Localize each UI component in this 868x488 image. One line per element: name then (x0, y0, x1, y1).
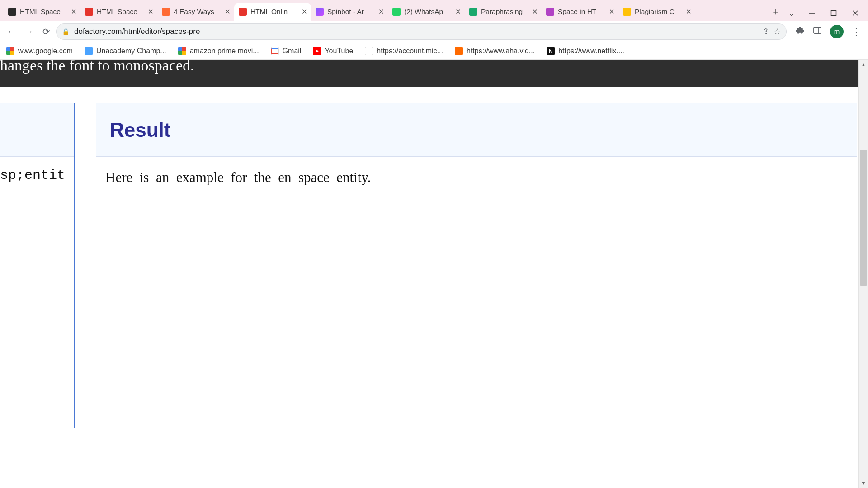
bookmark-item[interactable]: www.google.com (6, 47, 73, 55)
tab-title: HTML Onlin (250, 8, 298, 16)
bookmark-favicon (6, 47, 14, 55)
bookmark-item[interactable]: Unacademy Champ... (85, 47, 166, 55)
browser-tab[interactable]: (2) WhatsAp✕ (388, 3, 465, 21)
bookmark-item[interactable]: YouTube (313, 47, 353, 55)
code-editor-header (0, 103, 74, 157)
scrollbar-down-arrow[interactable]: ▼ (859, 478, 868, 488)
browser-tab[interactable]: Space in HT✕ (542, 3, 618, 21)
tab-favicon (8, 8, 16, 16)
toolbar-right-icons: m ⋮ (789, 25, 863, 38)
tab-favicon (239, 8, 247, 16)
tab-favicon (623, 8, 631, 16)
browser-toolbar: ← → ⟳ 🔒 dofactory.com/html/editor/spaces… (0, 21, 868, 42)
reload-button[interactable]: ⟳ (39, 24, 53, 39)
scrollbar-up-arrow[interactable]: ▲ (859, 60, 868, 70)
result-body: Here is an example for the en space enti… (96, 157, 857, 198)
bookmark-item[interactable]: Gmail (271, 47, 302, 55)
page-content: hanges the font to monospaced. sp;entit … (0, 60, 868, 488)
bookmark-favicon (455, 47, 463, 55)
code-editor-pane[interactable]: sp;entit (0, 103, 75, 428)
tab-close-icon[interactable]: ✕ (531, 8, 539, 16)
tab-close-icon[interactable]: ✕ (70, 8, 78, 16)
tab-close-icon[interactable]: ✕ (300, 8, 308, 16)
address-bar[interactable]: 🔒 dofactory.com/html/editor/spaces-pre ⇪… (56, 23, 787, 40)
bookmark-label: https://www.netflix.... (558, 47, 624, 55)
browser-tab[interactable]: Paraphrasing✕ (465, 3, 542, 21)
tab-close-icon[interactable]: ✕ (454, 8, 462, 16)
bookmark-label: https://www.aha.vid... (467, 47, 535, 55)
bookmark-label: YouTube (325, 47, 353, 55)
browser-tab[interactable]: HTML Onlin✕ (234, 3, 311, 21)
result-header: Result (96, 103, 857, 157)
profile-avatar[interactable]: m (830, 25, 844, 38)
tab-favicon (546, 8, 554, 16)
bookmark-favicon (85, 47, 93, 55)
bookmark-label: amazon prime movi... (190, 47, 259, 55)
lock-icon: 🔒 (62, 28, 70, 35)
tab-favicon (316, 8, 324, 16)
page-header-strip: hanges the font to monospaced. (0, 60, 868, 87)
back-button[interactable]: ← (5, 24, 19, 39)
forward-button[interactable]: → (22, 24, 36, 39)
bookmark-favicon (313, 47, 321, 55)
tab-strip-left: HTML Space✕HTML Space✕4 Easy Ways✕HTML O… (4, 3, 765, 21)
tab-search-button[interactable]: ⌄ (788, 8, 795, 18)
new-tab-button[interactable]: ＋ (768, 4, 783, 19)
tab-strip-right: ⌄ (783, 8, 864, 21)
svg-rect-1 (831, 11, 836, 16)
bookmark-label: Gmail (283, 47, 302, 55)
page-scrollbar[interactable]: ▲ ▼ (858, 60, 868, 488)
page-body: sp;entit Result Here is an example for t… (0, 87, 868, 488)
tab-title: Plagiarism C (635, 8, 683, 16)
tab-title: (2) WhatsAp (404, 8, 452, 16)
window-minimize-button[interactable] (807, 9, 816, 18)
tab-title: 4 Easy Ways (174, 8, 222, 16)
bookmark-label: www.google.com (18, 47, 73, 55)
browser-tab[interactable]: Plagiarism C✕ (618, 3, 695, 21)
bookmark-label: Unacademy Champ... (96, 47, 166, 55)
window-close-button[interactable] (851, 9, 860, 18)
tab-close-icon[interactable]: ✕ (223, 8, 231, 16)
bookmark-item[interactable]: https://account.mic... (365, 47, 443, 55)
bookmark-label: https://account.mic... (377, 47, 443, 55)
tab-title: Paraphrasing (481, 8, 529, 16)
bookmark-favicon: N (547, 47, 555, 55)
kebab-menu-icon[interactable]: ⋮ (852, 26, 861, 37)
code-fragment: sp;entit (0, 157, 74, 183)
share-icon[interactable]: ⇪ (763, 27, 769, 36)
svg-rect-4 (814, 27, 821, 33)
tab-close-icon[interactable]: ✕ (146, 8, 155, 16)
bookmark-star-icon[interactable]: ☆ (774, 27, 781, 37)
scrollbar-thumb[interactable] (860, 150, 867, 286)
tab-title: HTML Space (97, 8, 145, 16)
bookmark-favicon (178, 47, 186, 55)
result-paragraph: Here is an example for the en space enti… (105, 169, 848, 186)
tab-close-icon[interactable]: ✕ (608, 8, 616, 16)
browser-tab[interactable]: HTML Space✕ (4, 3, 80, 21)
side-panel-icon[interactable] (813, 26, 822, 37)
tab-favicon (162, 8, 170, 16)
tab-favicon (469, 8, 477, 16)
tab-close-icon[interactable]: ✕ (684, 8, 693, 16)
bookmark-item[interactable]: https://www.aha.vid... (455, 47, 535, 55)
tab-title: Space in HT (558, 8, 606, 16)
bookmark-item[interactable]: amazon prime movi... (178, 47, 259, 55)
browser-tab[interactable]: Spinbot - Ar✕ (311, 3, 388, 21)
window-maximize-button[interactable] (829, 9, 838, 18)
browser-tab[interactable]: 4 Easy Ways✕ (157, 3, 234, 21)
browser-tab-strip: HTML Space✕HTML Space✕4 Easy Ways✕HTML O… (0, 0, 868, 21)
tab-title: HTML Space (20, 8, 68, 16)
page-header-text: hanges the font to monospaced. (0, 57, 194, 74)
tab-title: Spinbot - Ar (327, 8, 375, 16)
url-text: dofactory.com/html/editor/spaces-pre (74, 27, 758, 36)
browser-tab[interactable]: HTML Space✕ (80, 3, 157, 21)
result-heading: Result (110, 119, 170, 141)
bookmark-favicon (271, 47, 279, 55)
bookmark-item[interactable]: Nhttps://www.netflix.... (547, 47, 624, 55)
tab-favicon (85, 8, 93, 16)
tab-favicon (392, 8, 401, 16)
tab-close-icon[interactable]: ✕ (377, 8, 385, 16)
extensions-icon[interactable] (796, 26, 805, 37)
result-pane: Result Here is an example for the en spa… (96, 103, 857, 488)
bookmark-favicon (365, 47, 373, 55)
